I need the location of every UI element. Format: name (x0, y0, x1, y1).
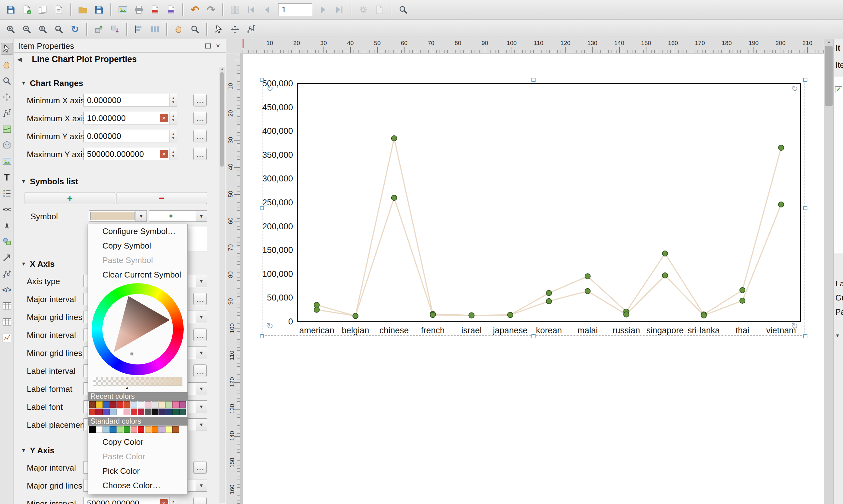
add-symbol-button[interactable]: + (24, 192, 115, 204)
minor-interval-spinbox[interactable]: 50000.000000×▲▼ (84, 497, 177, 504)
zoom-button[interactable] (187, 22, 202, 37)
clear-value-icon[interactable]: × (160, 150, 168, 158)
remove-symbol-button[interactable]: − (116, 192, 207, 204)
selection-handle[interactable] (260, 206, 264, 210)
maximum-x-axis-spinbox[interactable]: 10.000000×▲▼ (84, 112, 177, 124)
color-swatch[interactable] (110, 409, 116, 415)
atlas-preview-button[interactable] (228, 2, 243, 17)
add-shape-button[interactable] (1, 236, 13, 248)
item-visibility-checkbox[interactable]: ✓ (835, 86, 842, 93)
duplicate-layout-button[interactable] (35, 2, 50, 17)
data-defined-override-button[interactable]: … (193, 364, 207, 377)
color-swatch[interactable] (159, 401, 165, 408)
pan-button[interactable] (1, 59, 13, 71)
item-selection-outline[interactable] (262, 80, 805, 336)
color-swatch[interactable] (138, 401, 144, 408)
color-wheel-marker[interactable] (130, 352, 134, 356)
data-defined-override-button[interactable]: … (193, 148, 207, 160)
color-swatch[interactable] (138, 426, 144, 433)
maximum-y-axis-spinbox[interactable]: 500000.000000×▲▼ (84, 148, 177, 160)
data-defined-override-button[interactable]: … (193, 293, 207, 305)
next-feature-button[interactable] (316, 2, 331, 17)
color-swatch[interactable] (110, 401, 116, 408)
export-pdf-button[interactable] (147, 2, 163, 17)
pan-button[interactable] (172, 22, 186, 37)
selection-handle[interactable] (260, 334, 264, 338)
color-swatch[interactable] (89, 426, 96, 433)
data-defined-override-button[interactable]: … (193, 497, 207, 504)
zoom-actual-button[interactable]: 1:1 (51, 22, 67, 37)
selection-handle[interactable] (532, 78, 536, 82)
clear-value-icon[interactable]: × (160, 499, 168, 504)
color-swatch[interactable] (151, 426, 158, 433)
pick-color-menu-item[interactable]: Pick Color (88, 464, 187, 478)
section-header[interactable]: ▼Chart Ranges (21, 77, 215, 89)
color-swatch[interactable] (131, 426, 137, 433)
configure-symbol-menu-item[interactable]: Configure Symbol… (88, 224, 187, 238)
color-swatch[interactable] (124, 401, 130, 408)
color-swatch[interactable] (145, 426, 151, 433)
lower-items-button[interactable] (107, 22, 123, 37)
select-move-item-button[interactable] (1, 43, 13, 55)
clear-value-icon[interactable]: × (160, 114, 168, 122)
refresh-button[interactable]: ↻ (67, 22, 83, 37)
last-feature-button[interactable] (332, 2, 347, 17)
stepper-arrows-icon[interactable]: ▲▼ (169, 112, 177, 124)
zoom-preview-button[interactable] (396, 2, 411, 17)
color-swatch[interactable] (172, 409, 179, 415)
rotate-handle-icon[interactable]: ↻ (791, 85, 798, 93)
color-swatch[interactable] (117, 401, 124, 408)
color-swatch[interactable] (117, 426, 124, 433)
undo-button[interactable]: ↶ (187, 2, 202, 17)
scroll-up-icon[interactable]: ▲ (220, 67, 225, 71)
add-legend-button[interactable] (1, 187, 13, 199)
select-move-item-button[interactable] (211, 22, 227, 37)
atlas-settings-button[interactable] (356, 2, 371, 17)
add-html-button[interactable]: </> (1, 284, 13, 296)
color-swatch[interactable] (172, 401, 179, 408)
edit-nodes-item-button[interactable] (244, 22, 258, 37)
move-item-content-button[interactable] (228, 22, 243, 37)
color-swatch[interactable] (131, 409, 137, 415)
back-icon[interactable]: ◀ (17, 55, 22, 63)
symbol-color-dropdown[interactable]: ▾ (89, 211, 147, 222)
color-swatch[interactable] (138, 409, 144, 415)
color-swatch[interactable] (117, 409, 124, 415)
stepper-arrows-icon[interactable]: ▲▼ (169, 94, 177, 106)
add-arrow-button[interactable] (1, 252, 13, 264)
redo-button[interactable]: ↷ (203, 2, 219, 17)
color-swatch[interactable] (151, 409, 158, 415)
color-swatch[interactable] (145, 409, 151, 415)
zoom-full-button[interactable] (35, 22, 50, 37)
add-scalebar-button[interactable] (1, 203, 13, 215)
minimum-x-axis-spinbox[interactable]: 0.000000▲▼ (84, 94, 177, 106)
color-swatch[interactable] (89, 401, 96, 408)
choose-color-menu-item[interactable]: Choose Color… (88, 478, 187, 493)
edit-nodes-item-button[interactable] (1, 107, 13, 119)
color-swatch[interactable] (96, 401, 103, 408)
layout-manager-button[interactable] (51, 2, 67, 17)
data-defined-override-button[interactable]: … (193, 328, 207, 341)
color-swatch[interactable] (172, 426, 179, 433)
new-layout-button[interactable] (19, 2, 34, 17)
color-swatch[interactable] (89, 409, 96, 415)
scrollbar-thumb[interactable] (220, 72, 224, 167)
color-swatch[interactable] (165, 401, 172, 408)
add-picture-button[interactable] (1, 155, 13, 167)
add-3d-map-button[interactable] (1, 139, 13, 151)
gradient-slider-marker[interactable]: ▲ (125, 386, 187, 390)
color-swatch[interactable] (151, 401, 158, 408)
panel-scrollbar[interactable]: ▲ (219, 67, 225, 503)
minimum-y-axis-spinbox[interactable]: 0.000000▲▼ (84, 130, 177, 142)
color-wheel[interactable] (92, 283, 184, 375)
stepper-arrows-icon[interactable]: ▲▼ (169, 148, 177, 160)
color-swatch[interactable] (131, 401, 137, 408)
selection-handle[interactable] (803, 206, 807, 210)
data-defined-override-button[interactable]: … (193, 94, 207, 106)
load-template-button[interactable] (75, 2, 90, 17)
data-defined-override-button[interactable]: … (193, 112, 207, 124)
color-swatch[interactable] (124, 426, 130, 433)
color-swatch[interactable] (159, 426, 165, 433)
float-panel-icon[interactable] (204, 42, 212, 50)
save-project-button[interactable] (3, 2, 18, 17)
